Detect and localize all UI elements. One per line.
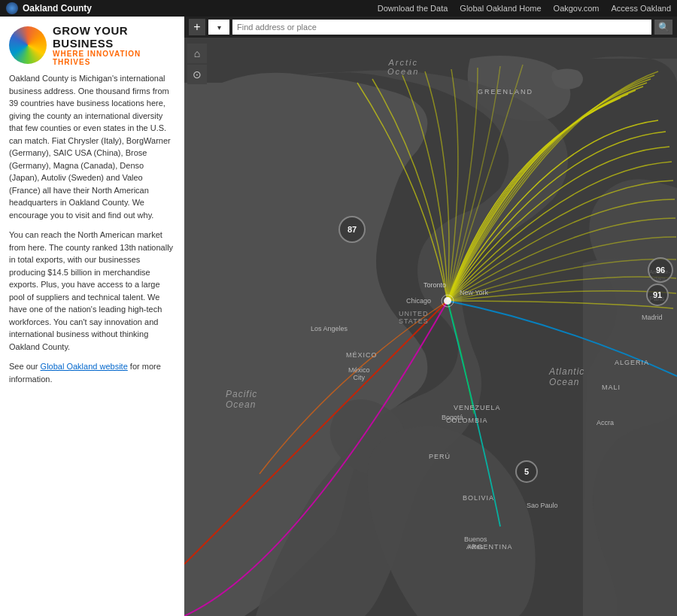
panel-para3: See our Global Oakland website for more … (9, 360, 175, 385)
global-oakland-link[interactable]: Global Oakland website (41, 362, 128, 371)
logo-area: GROW YOUR BUSINESS WHERE INNOVATION THRI… (9, 24, 175, 66)
cluster-87[interactable]: 87 (338, 216, 366, 243)
nav-logo-icon (6, 2, 18, 14)
panel-para3-prefix: See our (9, 362, 41, 371)
search-button[interactable]: 🔍 (654, 20, 672, 35)
locate-button[interactable]: ⊙ (187, 65, 207, 84)
nav-links: Download the Data Global Oakland Home Oa… (378, 4, 671, 13)
logo-globe-icon (9, 26, 47, 64)
nav-title: Oakland County (23, 3, 92, 14)
cluster-5[interactable]: 5 (515, 460, 538, 483)
zoom-in-button[interactable]: + (189, 19, 205, 35)
map-area[interactable]: + ▾ 🔍 ⌂ ⊙ (184, 17, 677, 616)
nav-link-download[interactable]: Download the Data (378, 4, 448, 13)
top-navigation: Oakland County Download the Data Global … (0, 0, 677, 17)
nav-link-oakgov[interactable]: Oakgov.com (554, 4, 600, 13)
nav-link-global[interactable]: Global Oakland Home (460, 4, 541, 13)
panel-para1: Oakland County is Michigan's internation… (9, 72, 175, 221)
home-button[interactable]: ⌂ (187, 44, 207, 63)
logo-where-text: WHERE INNOVATION THRIVES (53, 50, 175, 66)
left-panel: GROW YOUR BUSINESS WHERE INNOVATION THRI… (0, 17, 184, 616)
cluster-91[interactable]: 91 (646, 284, 669, 306)
map-controls: ⌂ ⊙ (187, 44, 207, 84)
panel-text: Oakland County is Michigan's internation… (9, 72, 175, 385)
layer-dropdown-button[interactable]: ▾ (208, 20, 229, 35)
svg-point-1 (444, 297, 451, 305)
map-search-input[interactable] (232, 20, 651, 35)
logo-grow-text: GROW YOUR BUSINESS (53, 24, 175, 50)
map-svg (184, 38, 677, 616)
cluster-96[interactable]: 96 (648, 257, 673, 283)
panel-para2: You can reach the North American market … (9, 229, 175, 353)
map-toolbar: + ▾ 🔍 (184, 17, 677, 38)
logo-text-area: GROW YOUR BUSINESS WHERE INNOVATION THRI… (53, 24, 175, 66)
nav-link-access[interactable]: Access Oakland (612, 4, 671, 13)
